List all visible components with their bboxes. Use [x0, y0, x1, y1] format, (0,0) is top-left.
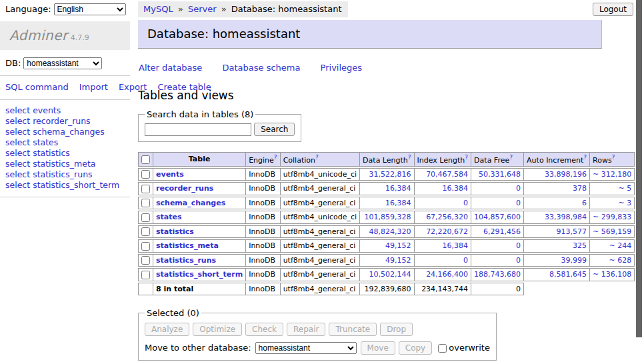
auto-increment-link[interactable]: 33,898,196 — [545, 170, 587, 179]
data-length-link[interactable]: 31,522,816 — [369, 170, 411, 179]
db-select[interactable]: homeassistant — [23, 57, 102, 69]
language-select[interactable]: English — [54, 3, 126, 15]
logout-button[interactable]: Logout — [593, 3, 633, 16]
drop-button[interactable]: Drop — [380, 323, 413, 336]
select-link[interactable]: select — [5, 127, 30, 137]
search-input[interactable] — [145, 123, 251, 136]
auto-increment-link[interactable]: 8,581,645 — [549, 270, 587, 279]
sidebar-table-link[interactable]: states — [33, 137, 58, 147]
data-free-link[interactable]: 0 — [516, 256, 521, 265]
select-link[interactable]: select — [5, 116, 30, 126]
select-link[interactable]: select — [5, 105, 30, 115]
rows-count-link[interactable]: ~ 628 — [609, 256, 631, 265]
overwrite-checkbox[interactable] — [438, 344, 447, 353]
data-free-link[interactable]: 104,857,600 — [474, 213, 521, 221]
select-link[interactable]: select — [5, 180, 30, 190]
select-link[interactable]: select — [5, 159, 30, 169]
truncate-button[interactable]: Truncate — [329, 323, 377, 336]
table-name-link[interactable]: states — [156, 213, 182, 221]
data-length-link[interactable]: 101,859,328 — [365, 213, 411, 221]
import-link[interactable]: Import — [79, 82, 108, 92]
data-free-link[interactable]: 0 — [516, 199, 521, 207]
rows-count-link[interactable]: ~ 569,159 — [593, 227, 631, 236]
index-length-link[interactable]: 24,166,400 — [426, 270, 468, 279]
data-free-link[interactable]: 6,291,456 — [483, 227, 521, 236]
sidebar-table-link[interactable]: statistics_runs — [33, 169, 92, 179]
rows-count-link[interactable]: ~ 312,180 — [593, 170, 631, 179]
index-length-link[interactable]: 0 — [463, 256, 468, 265]
sidebar-table-link[interactable]: recorder_runs — [33, 116, 91, 126]
breadcrumb-server-link[interactable]: Server — [188, 4, 217, 14]
column-help-link[interactable]: ? — [509, 154, 513, 161]
rows-count-link[interactable]: ~ 136,108 — [593, 270, 631, 279]
data-length-link[interactable]: 16,384 — [385, 184, 411, 193]
rows-count-link[interactable]: ~ 5 — [618, 184, 631, 193]
rows-count-link[interactable]: ~ 244 — [609, 241, 631, 250]
data-length-link[interactable]: 49,152 — [385, 241, 411, 250]
column-help-link[interactable]: ? — [612, 154, 615, 161]
auto-increment-link[interactable]: 39,999 — [561, 256, 587, 265]
column-help-link[interactable]: ? — [465, 154, 468, 161]
row-checkbox[interactable] — [141, 170, 150, 179]
sidebar-table-link[interactable]: statistics — [33, 148, 70, 158]
auto-increment-link[interactable]: 33,398,984 — [545, 213, 587, 221]
auto-increment-link[interactable]: 378 — [573, 184, 587, 193]
index-length-link[interactable]: 16,384 — [443, 184, 469, 193]
move-button[interactable]: Move — [361, 341, 395, 355]
table-name-link[interactable]: recorder_runs — [156, 184, 213, 193]
index-length-link[interactable]: 72,220,672 — [426, 227, 468, 236]
sidebar-table-link[interactable]: statistics_meta — [33, 159, 95, 169]
row-checkbox[interactable] — [141, 271, 150, 279]
table-name-link[interactable]: statistics_runs — [156, 256, 216, 265]
column-help-link[interactable]: ? — [274, 154, 277, 161]
sql-command-link[interactable]: SQL command — [5, 82, 69, 92]
copy-button[interactable]: Copy — [399, 341, 432, 355]
rows-count-link[interactable]: ~ 299,833 — [593, 213, 631, 221]
adminer-logo[interactable]: Adminer — [9, 27, 68, 43]
data-length-link[interactable]: 49,152 — [385, 256, 411, 265]
table-name-link[interactable]: events — [156, 170, 184, 179]
column-help-link[interactable]: ? — [583, 154, 587, 161]
data-length-link[interactable]: 16,384 — [385, 199, 411, 207]
scrollbar-track[interactable] — [635, 0, 644, 362]
sidebar-table-link[interactable]: schema_changes — [33, 127, 105, 137]
table-name-link[interactable]: statistics — [156, 227, 194, 236]
data-free-link[interactable]: 188,743,680 — [474, 270, 521, 279]
sidebar-table-link[interactable]: events — [33, 105, 61, 115]
select-link[interactable]: select — [5, 148, 30, 158]
table-name-link[interactable]: statistics_meta — [156, 241, 219, 250]
select-link[interactable]: select — [5, 169, 30, 179]
database-schema-link[interactable]: Database schema — [223, 63, 301, 73]
row-checkbox[interactable] — [141, 227, 150, 236]
index-length-link[interactable]: 67,256,320 — [426, 213, 468, 221]
auto-increment-link[interactable]: 325 — [573, 241, 587, 250]
alter-database-link[interactable]: Alter database — [139, 63, 202, 73]
scrollbar-thumb[interactable] — [636, 0, 642, 337]
row-checkbox[interactable] — [141, 185, 150, 193]
data-free-link[interactable]: 50,331,648 — [479, 170, 521, 179]
check-button[interactable]: Check — [245, 323, 283, 336]
row-checkbox[interactable] — [141, 256, 150, 265]
auto-increment-link[interactable]: 913,577 — [557, 227, 587, 236]
repair-button[interactable]: Repair — [287, 323, 325, 336]
auto-increment-link[interactable]: 6 — [582, 199, 587, 207]
privileges-link[interactable]: Privileges — [321, 63, 363, 73]
data-free-link[interactable]: 0 — [516, 241, 521, 250]
index-length-link[interactable]: 70,467,584 — [426, 170, 468, 179]
sidebar-table-link[interactable]: statistics_short_term — [33, 180, 119, 190]
table-name-link[interactable]: schema_changes — [156, 199, 225, 207]
select-link[interactable]: select — [5, 137, 30, 147]
data-length-link[interactable]: 10,502,144 — [369, 270, 411, 279]
data-free-link[interactable]: 0 — [516, 184, 521, 193]
optimize-button[interactable]: Optimize — [193, 323, 242, 336]
breadcrumb-mysql-link[interactable]: MySQL — [143, 4, 173, 14]
row-checkbox[interactable] — [141, 199, 150, 207]
index-length-link[interactable]: 0 — [463, 199, 468, 207]
move-database-select[interactable]: homeassistant — [255, 342, 357, 354]
data-length-link[interactable]: 48,824,320 — [369, 227, 411, 236]
rows-count-link[interactable]: ~ 3 — [618, 199, 631, 207]
column-help-link[interactable]: ? — [408, 154, 411, 161]
analyze-button[interactable]: Analyze — [145, 323, 189, 336]
table-name-link[interactable]: statistics_short_term — [156, 270, 243, 279]
row-checkbox[interactable] — [141, 213, 150, 222]
